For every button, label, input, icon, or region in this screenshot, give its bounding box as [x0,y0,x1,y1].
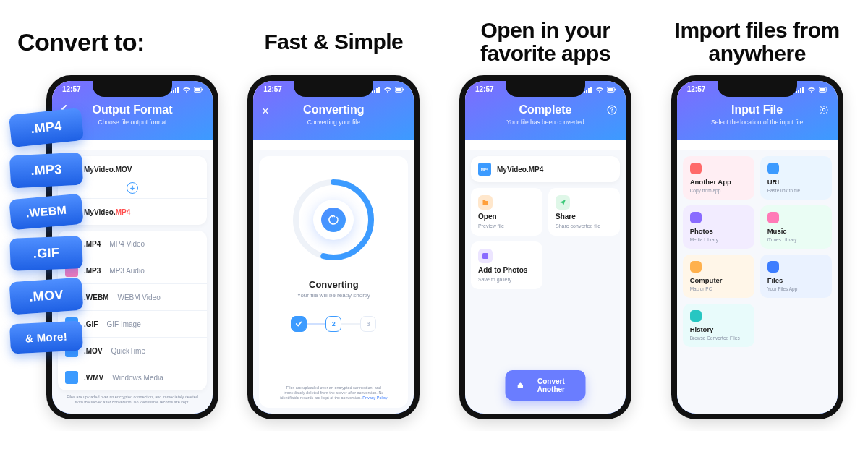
file-type-icon [65,371,78,384]
step-indicator: 2 3 [291,316,376,332]
source-title: Another App [690,178,747,186]
settings-button[interactable] [819,105,829,117]
source-icon [690,310,702,322]
status-icons [171,86,203,93]
action-grid: Open Preview file Share Share converted … [471,188,620,289]
svg-rect-19 [590,87,592,93]
help-icon [607,105,617,115]
svg-rect-28 [802,87,804,93]
target-filename: MyVideo.MP4 [84,208,130,216]
phone-mock: 12:57 × Converting Converting your file [247,75,420,419]
source-title: URL [767,178,825,186]
screenshot-row: Convert to: .MP4 .MP3 .WEBM .GIF .MOV & … [14,12,854,419]
format-option[interactable]: .WMVWindows Media [58,364,207,390]
input-source-card[interactable]: HistoryBrowse Converted Files [683,304,754,347]
svg-point-32 [822,108,825,111]
svg-rect-30 [820,87,825,90]
check-icon [295,320,302,328]
input-source-grid: Another AppCopy from appURLPaste link to… [683,156,832,347]
converting-status-title: Converting [309,279,359,290]
svg-rect-2 [175,88,176,93]
format-ext: .WEBM [84,294,109,302]
pane-converting: Fast & Simple 12:57 × Converting Convert… [237,12,430,419]
phone-notch [506,80,585,97]
format-desc: GIF Image [106,320,140,328]
source-title: Files [767,276,825,284]
source-subtitle: Media Library [690,237,747,242]
disclaimer-text: Files are uploaded over an encrypted con… [58,390,207,405]
format-ext: .GIF [84,320,98,328]
svg-rect-25 [796,91,797,93]
file-type-icon: MP4 [478,163,491,176]
share-action[interactable]: Share Share converted file [548,188,620,236]
format-pill: & More! [9,320,83,354]
format-pill: .MP4 [9,108,84,147]
status-time: 12:57 [687,85,706,93]
phone-mock: 12:57 Complete Your file has been conver… [459,75,631,419]
input-source-card[interactable]: URLPaste link to file [760,156,832,200]
input-source-card[interactable]: FilesYour Files App [760,255,832,298]
format-ext: .MP4 [84,240,101,248]
source-icon [690,261,702,273]
svg-rect-5 [195,87,200,90]
format-desc: QuickTime [111,347,145,355]
svg-rect-22 [615,88,616,90]
format-ext: .WMV [84,374,103,382]
input-source-card[interactable]: MusiciTunes Library [760,205,832,249]
format-pill: .WEBM [9,194,83,231]
status-icons [584,86,616,93]
screen-body: Converting Your file will be ready short… [253,150,414,414]
wifi-icon [182,86,191,93]
phone-mock: 12:57 Input File Select the location of … [671,75,843,419]
status-time: 12:57 [263,85,282,93]
status-icons [372,86,404,93]
source-title: Music [767,227,825,235]
format-ext: .MOV [84,347,103,355]
format-desc: MP4 Video [109,240,145,248]
disclaimer-text: Files are uploaded over an encrypted con… [269,381,398,401]
svg-rect-17 [586,90,587,93]
step-1 [291,316,307,332]
converting-panel: Converting Your file will be ready short… [259,156,408,408]
source-icon [767,163,779,174]
source-title: Photos [690,227,747,235]
gear-icon [819,105,829,115]
svg-rect-31 [826,88,827,90]
phone-notch [718,80,797,97]
battery-icon [194,86,203,93]
status-icons [796,86,827,93]
headline: Open in your favorite apps [449,16,642,68]
input-source-card[interactable]: ComputerMac or PC [683,255,754,298]
close-button[interactable]: × [262,105,268,118]
header-subtitle: Converting your file [263,119,404,126]
input-source-card[interactable]: PhotosMedia Library [683,205,754,249]
svg-rect-13 [403,88,404,90]
status-time: 12:57 [62,85,81,93]
svg-rect-12 [396,87,402,90]
source-icon [690,212,702,223]
header-subtitle: Choose file output format [62,119,203,126]
convert-another-button[interactable]: Convert Another [506,370,586,401]
phone-notch [294,80,373,97]
svg-rect-16 [584,91,585,93]
source-subtitle: Paste link to file [767,188,825,193]
open-action[interactable]: Open Preview file [471,188,542,236]
format-desc: MP3 Audio [109,267,144,275]
help-button[interactable] [607,105,617,117]
status-time: 12:57 [475,85,494,93]
privacy-policy-link[interactable]: Privacy Policy [362,395,387,400]
add-to-photos-action[interactable]: Add to Photos Save to gallery [471,241,542,289]
source-filename: MyVideo.MOV [84,166,132,174]
format-pill: .MOV [9,278,84,315]
source-subtitle: Copy from app [690,188,747,193]
format-pill: .MP3 [9,152,83,188]
wifi-icon [595,86,604,93]
input-source-card[interactable]: Another AppCopy from app [683,156,754,200]
battery-icon [395,86,404,93]
header-subtitle: Your file has been converted [475,119,616,126]
pane-output-format: Convert to: .MP4 .MP3 .WEBM .GIF .MOV & … [14,12,218,419]
source-title: History [690,325,747,333]
screen-body: MP4 MyVideo.MP4 Open Preview file Share [465,150,626,414]
battery-icon [607,86,616,93]
wifi-icon [807,86,816,93]
